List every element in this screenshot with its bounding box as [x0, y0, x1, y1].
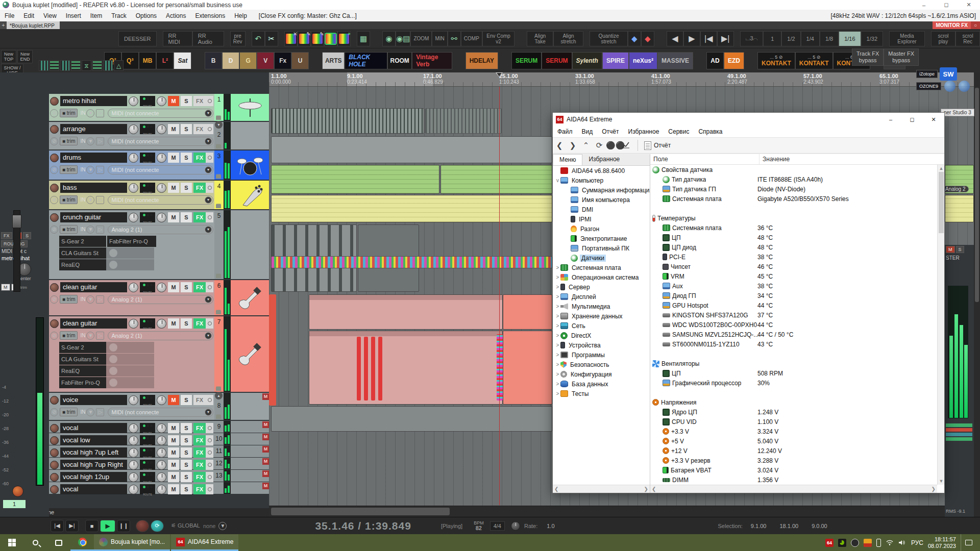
mute-button[interactable]: M	[168, 153, 179, 163]
plugin-drums-1[interactable]: EZD	[724, 52, 744, 69]
solo-button[interactable]: S	[181, 423, 192, 433]
plugin-delay-0[interactable]: HDELAY	[465, 52, 498, 69]
sensor-row[interactable]: Тип датчика ГП Diode (NV-Diode)	[650, 184, 944, 194]
plugin-fabfilter-4[interactable]: Sat	[174, 52, 191, 69]
rr-midi-button[interactable]: RR MIDI	[163, 31, 192, 46]
back-icon[interactable]: ❮	[553, 141, 566, 150]
route-button[interactable]: ROUTE	[140, 183, 155, 193]
pan-knob[interactable]	[157, 153, 166, 163]
solo-button[interactable]: S	[181, 282, 192, 292]
folder-collapse-icon[interactable]: ▲	[215, 392, 223, 399]
ruler-mark-6[interactable]: 49.1.00 2:20.487	[727, 73, 747, 85]
track-fx-slot[interactable]: CLA Guitars St	[59, 247, 213, 259]
close-button[interactable]: ✕	[958, 0, 980, 10]
selection-length[interactable]: 9.0.00	[812, 523, 827, 529]
pause-button[interactable]: ❙❙	[117, 520, 130, 532]
aida-tree-item[interactable]: > Конфигурация	[553, 369, 650, 379]
track-row[interactable]: vocal high 12up ROUTE M S FX 13 M	[49, 470, 269, 482]
analog-pill-fragment[interactable]: Analog 2	[942, 186, 969, 192]
align-take-button[interactable]: Align Take	[527, 31, 553, 46]
input-pill[interactable]: Analog 2 (1) ▼	[108, 295, 213, 304]
sensor-row[interactable]: CPU VID 1.100 V	[650, 417, 944, 427]
mute-button[interactable]: M	[168, 423, 179, 433]
media-item[interactable]	[364, 337, 368, 400]
aida-tree-item[interactable]: IPMI	[553, 214, 650, 224]
input-dropdown-icon[interactable]: ▼	[86, 408, 94, 416]
deesser-button[interactable]: DEESSER	[118, 31, 157, 46]
grid-division-4[interactable]: 1/8	[820, 31, 839, 46]
track-row[interactable]: vocal high 7up Right ROUTE M S FX 12 M	[49, 458, 269, 469]
solo-button[interactable]: S	[181, 153, 192, 163]
track-icon-cell[interactable]: M	[231, 470, 269, 482]
selection-start[interactable]: 9.1.00	[751, 523, 767, 529]
record-button[interactable]	[136, 520, 149, 532]
record-arm-button[interactable]	[50, 97, 59, 106]
new-end-button[interactable]: NewEND	[17, 50, 33, 63]
fx-power-icon[interactable]	[206, 484, 213, 494]
pan-knob[interactable]	[157, 448, 166, 458]
mute-button[interactable]: M	[168, 124, 179, 134]
record-arm-button[interactable]	[50, 485, 59, 494]
record-arm-button[interactable]	[50, 319, 59, 328]
phase-button[interactable]: ⊘	[50, 109, 58, 117]
sensor-row[interactable]: Тип датчика ITE IT8688E (ISA A40h)	[650, 174, 944, 184]
media-explorer-button[interactable]: Media Explorer	[889, 31, 925, 46]
studio-window-fragment[interactable]: ner Studio 3	[941, 109, 974, 116]
fx-button[interactable]: FX	[193, 318, 206, 329]
grid-division-1[interactable]: 1	[763, 31, 781, 46]
plugin-letters-2[interactable]: G	[239, 52, 257, 69]
mute-button[interactable]: M	[168, 435, 179, 445]
sensor-row[interactable]: Системная плата Gigabyte A520/B550/X570 …	[650, 194, 944, 204]
edit-cursor-marker[interactable]	[496, 72, 503, 81]
volume-knob[interactable]	[129, 183, 138, 193]
route-button[interactable]: ROUTE	[140, 124, 155, 134]
phase-button[interactable]: ⊘	[50, 295, 58, 304]
pattern-6-icon[interactable]	[92, 60, 102, 71]
forward-icon[interactable]: ❯	[566, 141, 579, 150]
plugin-reverbs-1[interactable]: BLACK HOLE	[345, 52, 387, 69]
selection-end[interactable]: 18.1.00	[779, 523, 798, 529]
plugin-fabfilter-3[interactable]: L²	[156, 52, 174, 69]
sensor-row[interactable]: Aux 38 °C	[650, 281, 944, 291]
route-button[interactable]: ROUTE	[140, 395, 155, 405]
sensor-row[interactable]: Диод ГП 34 °C	[650, 291, 944, 300]
track-fx-slot[interactable]: ReaEQ	[59, 259, 213, 270]
mixer-solo-button[interactable]: S	[23, 232, 31, 239]
bpm-readout[interactable]: BPM82	[474, 520, 484, 531]
zoom-tool-button[interactable]: ZOOM	[410, 31, 432, 46]
solo-button[interactable]: S	[181, 447, 192, 458]
media-item[interactable]	[440, 165, 552, 194]
phase-button[interactable]: ⊘	[50, 137, 58, 145]
nav-start-button[interactable]: |◀	[700, 31, 717, 46]
input-pill[interactable]: MIDI (not connecte ▼	[108, 137, 213, 146]
mixer-input-label[interactable]: MIDI (not c	[0, 248, 49, 255]
tray-nvidia-icon[interactable]	[838, 539, 846, 547]
aida-tree-item[interactable]: > Хранение данных	[553, 311, 650, 321]
route-button[interactable]: ROUTE	[140, 484, 155, 494]
fx-power-icon[interactable]	[206, 124, 213, 134]
pan-knob[interactable]	[157, 283, 166, 292]
menu-edit[interactable]: Edit	[19, 11, 39, 21]
route-button[interactable]: ROUTE	[140, 318, 155, 329]
media-item[interactable]	[271, 108, 424, 134]
media-item[interactable]	[371, 337, 375, 400]
repeat-button[interactable]: ⟳	[151, 520, 164, 532]
track-row[interactable]: voice ROUTE M S FX ⊘ ■ trim IN ▼ ▷ MIDI …	[49, 393, 269, 420]
fx-power-icon[interactable]	[206, 472, 213, 482]
track-row[interactable]: crunch guitar ROUTE M S FX ⊘ ■ trim IN ▼…	[49, 210, 269, 279]
menu-actions[interactable]: Actions	[161, 11, 190, 21]
fx-power-icon[interactable]	[206, 212, 213, 222]
pattern-5-icon[interactable]: ⧖	[82, 60, 91, 71]
izotope-badge[interactable]: iZotope	[916, 70, 938, 78]
env-comp-v2-button[interactable]: Env Comp v2	[482, 31, 515, 46]
track-icon-cell[interactable]: M	[231, 482, 269, 494]
aida-values-hscrollbar[interactable]: ❮❯	[650, 485, 937, 493]
input-pill[interactable]: MIDI (not connecte ▼	[108, 195, 213, 205]
monitor-icon[interactable]: ▷	[96, 137, 104, 145]
monitor-icon[interactable]: ▷	[96, 109, 104, 117]
undo-wave-icon[interactable]: ↶	[252, 31, 265, 46]
sensor-row[interactable]: ЦП диод 48 °C	[650, 242, 944, 252]
master-fx-bypass-button[interactable]: Master FXbypass	[884, 48, 919, 66]
media-item[interactable]	[271, 406, 552, 432]
phase-button[interactable]: ⊘	[50, 332, 58, 340]
